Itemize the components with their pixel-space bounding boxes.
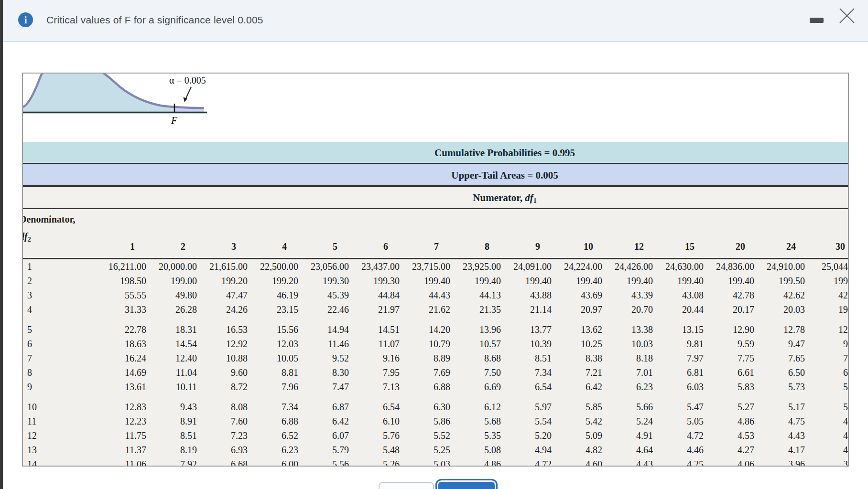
column-header-df1: 12 [614, 209, 664, 259]
f-value-cell: 5.66 [614, 400, 664, 414]
f-value-cell: 16,211.00 [107, 259, 158, 274]
f-value-cell: 21.14 [512, 302, 563, 317]
column-header-df1: 2 [158, 209, 208, 259]
f-value-cell: 199.40 [664, 274, 715, 288]
f-value-cell: 199 [816, 274, 848, 288]
f-value-cell: 7.97 [664, 351, 715, 365]
f-value-cell: 6.87 [310, 400, 360, 414]
f-value-cell: 9.16 [360, 351, 411, 365]
f-value-cell: 12 [816, 322, 848, 337]
f-value-cell: 10.25 [563, 337, 614, 351]
f-value-cell: 13.38 [614, 322, 664, 337]
f-value-cell: 6.42 [310, 414, 360, 428]
table-row: 1311.378.196.936.235.795.485.255.084.944… [23, 443, 848, 457]
f-value-cell: 24,224.00 [563, 259, 614, 274]
f-value-cell: 21,615.00 [208, 259, 259, 274]
f-value-cell: 24,630.00 [664, 259, 715, 274]
footer-secondary-button[interactable] [379, 482, 434, 489]
f-value-cell: 6.30 [411, 400, 462, 414]
table-row: 2198.50199.00199.20199.20199.30199.30199… [23, 274, 848, 288]
f-value-cell: 4.25 [664, 457, 715, 467]
f-value-cell: 6.69 [462, 380, 512, 394]
f-value-cell: 5.56 [310, 457, 360, 467]
f-value-cell: 4.64 [614, 443, 664, 457]
f-value-cell: 12.92 [208, 337, 259, 351]
f-value-cell: 47.47 [208, 288, 259, 302]
f-value-cell: 8.38 [563, 351, 614, 365]
f-value-cell: 23,056.00 [310, 259, 360, 274]
f-value-cell: 12.78 [766, 322, 816, 337]
f-value-cell: 10.11 [158, 380, 208, 394]
f-value-cell: 4.43 [614, 457, 664, 467]
f-value-cell: 24,836.00 [715, 259, 766, 274]
table-row: 116,211.0020,000.0021,615.0022,500.0023,… [23, 259, 848, 274]
column-header-df1: 3 [208, 209, 259, 259]
f-value-cell: 4.94 [512, 443, 563, 457]
f-value-cell: 7.47 [310, 380, 360, 394]
f-value-cell: 5.25 [411, 443, 462, 457]
f-value-cell: 11.46 [310, 337, 360, 351]
row-label-df2: 5 [23, 322, 107, 337]
f-value-cell: 5.86 [411, 414, 462, 428]
f-value-cell: 20.70 [614, 302, 664, 317]
f-value-cell: 6.23 [259, 443, 310, 457]
f-value-cell: 11.37 [107, 443, 158, 457]
f-value-cell: 5.48 [360, 443, 411, 457]
f-value-cell: 8.30 [310, 365, 360, 380]
f-value-cell: 199.30 [360, 274, 411, 288]
f-value-cell: 6.00 [259, 457, 310, 467]
table-row: 814.6911.049.608.818.307.957.697.507.347… [23, 365, 848, 380]
f-value-cell: 4.82 [563, 443, 614, 457]
f-value-cell: 31.33 [107, 302, 158, 317]
f-value-cell: 6.54 [360, 400, 411, 414]
f-value-cell: 9 [816, 337, 848, 351]
denominator-df-subscript: 2 [28, 236, 31, 243]
column-header-df1: 5 [310, 209, 360, 259]
f-value-cell: 43.39 [614, 288, 664, 302]
close-icon[interactable] [837, 6, 857, 25]
f-value-cell: 4.86 [715, 414, 766, 428]
f-value-cell: 6.88 [411, 380, 462, 394]
f-value-cell: 12.03 [259, 337, 310, 351]
f-value-cell: 12.23 [107, 414, 158, 428]
footer-primary-button[interactable] [435, 479, 498, 489]
f-value-cell: 4 [816, 443, 848, 457]
f-value-cell: 6.03 [664, 380, 715, 394]
f-value-cell: 6.42 [563, 380, 614, 394]
f-value-cell: 43.88 [512, 288, 563, 302]
f-value-cell: 5.73 [766, 380, 816, 394]
f-value-cell: 5.85 [563, 400, 614, 414]
column-header-df1: 4 [259, 209, 310, 259]
f-value-cell: 24.26 [208, 302, 259, 317]
f-value-cell: 199.30 [310, 274, 360, 288]
f-value-cell: 5.83 [715, 380, 766, 394]
f-value-cell: 5.68 [462, 414, 512, 428]
table-row: 1211.758.517.236.526.075.765.525.355.205… [23, 428, 848, 443]
numerator-df: df [525, 192, 533, 203]
f-value-cell: 10.88 [208, 351, 259, 365]
f-value-cell: 10.79 [411, 337, 462, 351]
f-value-cell: 14.94 [310, 322, 360, 337]
f-value-cell: 7.95 [360, 365, 411, 380]
f-value-cell: 4 [816, 428, 848, 443]
f-value-cell: 8.51 [512, 351, 563, 365]
f-value-cell: 7.23 [208, 428, 259, 443]
minimize-icon[interactable] [810, 18, 824, 23]
f-value-cell: 9.60 [208, 365, 259, 380]
f-value-cell: 49.80 [158, 288, 208, 302]
f-value-cell: 199.40 [614, 274, 664, 288]
f-value-cell: 5.05 [664, 414, 715, 428]
numerator-df-subscript: 1 [533, 197, 537, 204]
f-value-cell: 5 [816, 380, 848, 394]
f-value-cell: 6.10 [360, 414, 411, 428]
f-value-cell: 20.44 [664, 302, 715, 317]
f-value-cell: 19 [816, 302, 848, 317]
f-value-cell: 5.27 [715, 400, 766, 414]
denominator-df: df [22, 231, 28, 242]
row-label-df2: 4 [23, 302, 107, 317]
f-value-cell: 7.96 [259, 380, 310, 394]
f-value-cell: 4.60 [563, 457, 614, 467]
f-value-cell: 26.28 [158, 302, 208, 317]
f-value-cell: 44.43 [411, 288, 462, 302]
column-header-df1: 7 [411, 209, 462, 259]
